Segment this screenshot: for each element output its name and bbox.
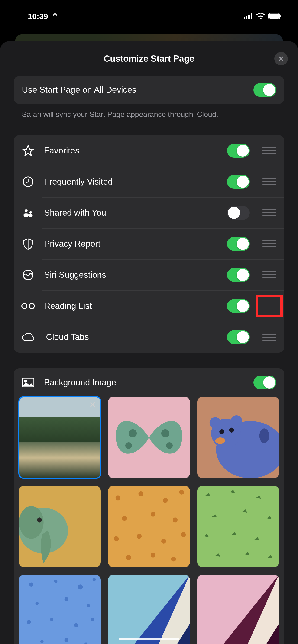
- privacy-report-drag-handle[interactable]: [262, 239, 276, 248]
- row-reading-list: Reading List: [14, 290, 284, 322]
- svg-point-48: [151, 512, 155, 517]
- background-grid: [14, 397, 284, 644]
- svg-rect-57: [197, 486, 279, 567]
- svg-point-70: [40, 640, 44, 643]
- privacy-report-toggle[interactable]: [227, 237, 250, 251]
- sync-label: Use Start Page on All Devices: [22, 85, 136, 95]
- shared-with-you-toggle[interactable]: [227, 206, 250, 220]
- bg-item-coast-photo[interactable]: [19, 397, 101, 478]
- svg-point-59: [29, 582, 34, 587]
- svg-point-62: [93, 578, 96, 581]
- wifi-icon: [256, 13, 265, 20]
- svg-point-17: [22, 304, 27, 308]
- background-image-toggle[interactable]: [253, 376, 276, 390]
- svg-point-68: [74, 623, 79, 628]
- svg-point-47: [122, 516, 127, 521]
- row-label: Shared with You: [44, 208, 220, 218]
- cloud-icon: [22, 332, 35, 342]
- bg-item-orange-pattern[interactable]: [108, 486, 190, 567]
- svg-point-71: [64, 638, 69, 642]
- people-icon: [22, 207, 34, 219]
- shield-icon: [23, 238, 33, 250]
- row-frequently-visited: Frequently Visited: [14, 166, 284, 197]
- svg-point-45: [163, 498, 168, 503]
- svg-marker-10: [23, 146, 34, 156]
- status-right: [244, 13, 282, 20]
- bg-item-bear-blue[interactable]: [197, 397, 279, 478]
- svg-rect-6: [269, 14, 279, 18]
- modal-header: Customize Start Page: [0, 41, 298, 76]
- svg-rect-1: [244, 18, 245, 19]
- row-label: Reading List: [44, 301, 220, 311]
- svg-point-27: [125, 442, 132, 449]
- svg-point-34: [219, 429, 224, 434]
- home-indicator: [119, 638, 179, 640]
- bg-item-butterfly-pink[interactable]: [108, 397, 190, 478]
- star-icon: [22, 144, 34, 157]
- icloud-tabs-toggle[interactable]: [227, 330, 250, 344]
- modal-title: Customize Start Page: [104, 54, 194, 64]
- row-siri-suggestions: Siri Suggestions: [14, 260, 284, 290]
- svg-rect-4: [251, 13, 252, 19]
- svg-point-61: [78, 584, 83, 589]
- favorites-toggle[interactable]: [227, 144, 250, 158]
- frequently-visited-toggle[interactable]: [227, 175, 250, 189]
- svg-point-50: [114, 536, 119, 541]
- glasses-icon: [21, 302, 35, 310]
- svg-point-65: [87, 604, 90, 607]
- frequently-visited-drag-handle[interactable]: [262, 177, 276, 186]
- sections-list: Favorites Frequently Visited Shared with…: [14, 135, 284, 352]
- svg-point-32: [210, 417, 221, 428]
- svg-point-40: [19, 506, 44, 539]
- svg-point-44: [138, 492, 143, 496]
- svg-point-37: [259, 428, 269, 443]
- svg-point-13: [30, 211, 32, 214]
- svg-point-56: [171, 556, 176, 562]
- svg-rect-7: [280, 15, 281, 18]
- svg-rect-2: [246, 16, 247, 19]
- svg-point-36: [215, 438, 225, 444]
- reading-list-toggle[interactable]: [227, 299, 250, 313]
- row-label: Frequently Visited: [44, 177, 220, 186]
- row-label: iCloud Tabs: [44, 332, 220, 342]
- sync-toggle[interactable]: [253, 83, 276, 97]
- svg-rect-14: [24, 213, 29, 217]
- svg-point-55: [151, 553, 155, 558]
- icloud-tabs-drag-handle[interactable]: [262, 332, 276, 342]
- background-image-label: Background Image: [44, 378, 246, 387]
- svg-point-60: [54, 580, 57, 583]
- svg-point-69: [91, 618, 94, 621]
- svg-point-12: [25, 209, 28, 212]
- svg-point-43: [116, 496, 120, 500]
- siri-suggestions-drag-handle[interactable]: [262, 270, 276, 280]
- close-icon: [89, 402, 96, 408]
- customize-start-page-modal: Customize Start Page Use Start Page on A…: [0, 41, 298, 644]
- battery-icon: [268, 13, 282, 20]
- remove-photo-button[interactable]: [87, 400, 98, 410]
- row-label: Privacy Report: [44, 239, 220, 249]
- close-button[interactable]: [274, 52, 288, 65]
- bg-item-geo-magenta[interactable]: [197, 575, 279, 644]
- bg-item-elephant-ochre[interactable]: [19, 486, 101, 567]
- svg-point-63: [35, 602, 39, 605]
- sync-description: Safari will sync your Start Page appeara…: [14, 104, 284, 120]
- shared-with-you-drag-handle[interactable]: [262, 208, 276, 218]
- svg-point-21: [25, 380, 27, 382]
- row-label: Siri Suggestions: [44, 270, 220, 280]
- svg-point-18: [29, 304, 34, 308]
- row-favorites: Favorites: [14, 135, 284, 166]
- svg-point-54: [126, 555, 131, 560]
- svg-point-67: [50, 618, 53, 621]
- svg-point-35: [229, 428, 234, 432]
- reading-list-drag-handle[interactable]: [262, 301, 276, 311]
- svg-point-64: [64, 597, 69, 601]
- image-icon: [22, 378, 35, 388]
- status-bar: 10:39: [0, 0, 298, 30]
- svg-rect-15: [29, 214, 33, 217]
- status-time: 10:39: [28, 12, 48, 21]
- siri-suggestions-toggle[interactable]: [227, 268, 250, 282]
- bg-item-green-pattern[interactable]: [197, 486, 279, 567]
- bg-item-blue-drops[interactable]: [19, 575, 101, 644]
- bg-item-geo-blue[interactable]: [108, 575, 190, 644]
- favorites-drag-handle[interactable]: [262, 146, 276, 155]
